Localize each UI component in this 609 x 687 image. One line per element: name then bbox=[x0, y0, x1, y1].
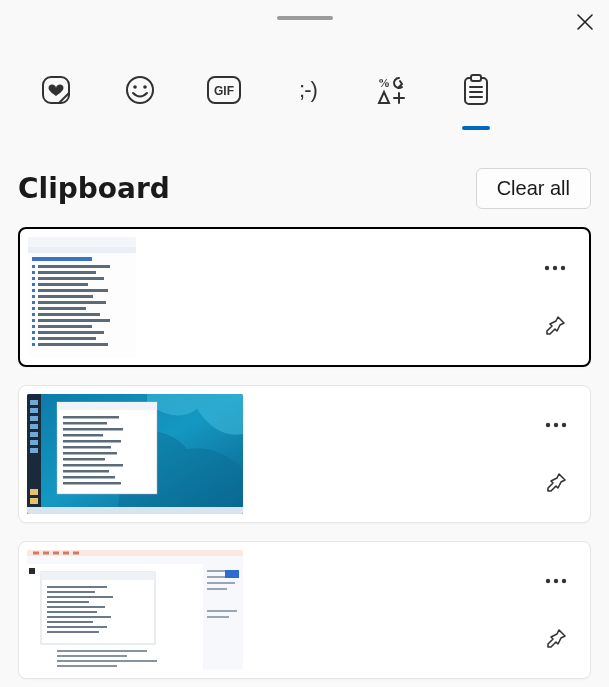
svg-point-73 bbox=[546, 423, 550, 427]
close-button[interactable] bbox=[571, 8, 599, 36]
clipboard-list bbox=[0, 209, 609, 679]
svg-rect-51 bbox=[30, 416, 38, 421]
svg-rect-15 bbox=[32, 257, 92, 261]
tab-stickers[interactable] bbox=[36, 70, 76, 110]
svg-rect-68 bbox=[63, 464, 123, 467]
clipboard-item[interactable] bbox=[18, 227, 591, 367]
svg-rect-65 bbox=[63, 446, 111, 449]
svg-rect-105 bbox=[57, 655, 127, 657]
drag-handle[interactable] bbox=[277, 16, 333, 20]
svg-rect-39 bbox=[32, 319, 35, 322]
svg-rect-19 bbox=[38, 283, 88, 286]
svg-rect-71 bbox=[63, 482, 121, 485]
heart-sticker-icon bbox=[40, 74, 72, 106]
more-options-button[interactable] bbox=[535, 248, 575, 288]
pin-icon bbox=[544, 315, 566, 337]
svg-rect-63 bbox=[63, 434, 103, 437]
svg-rect-90 bbox=[207, 616, 229, 618]
svg-rect-93 bbox=[41, 572, 155, 580]
tab-gif[interactable]: GIF bbox=[204, 70, 244, 110]
svg-rect-69 bbox=[63, 470, 109, 473]
svg-rect-36 bbox=[32, 301, 35, 304]
svg-rect-42 bbox=[32, 337, 35, 340]
svg-rect-83 bbox=[27, 556, 243, 564]
clipboard-thumbnail bbox=[27, 394, 243, 514]
pin-button[interactable] bbox=[536, 619, 576, 659]
more-options-button[interactable] bbox=[536, 405, 576, 445]
svg-rect-31 bbox=[32, 271, 35, 274]
svg-rect-55 bbox=[30, 448, 38, 453]
tab-clipboard[interactable] bbox=[456, 70, 496, 110]
svg-rect-50 bbox=[30, 408, 38, 413]
svg-rect-24 bbox=[38, 313, 100, 316]
clipboard-thumbnail bbox=[27, 550, 243, 670]
svg-rect-16 bbox=[38, 265, 110, 268]
svg-rect-94 bbox=[47, 586, 107, 588]
svg-rect-25 bbox=[38, 319, 110, 322]
svg-rect-89 bbox=[207, 610, 237, 612]
symbols-icon: % bbox=[377, 75, 407, 105]
svg-rect-91 bbox=[225, 570, 239, 578]
clipboard-item[interactable] bbox=[18, 541, 591, 679]
svg-rect-59 bbox=[57, 402, 157, 410]
svg-rect-102 bbox=[47, 626, 107, 628]
svg-point-74 bbox=[554, 423, 558, 427]
svg-rect-18 bbox=[38, 277, 104, 280]
svg-rect-21 bbox=[38, 295, 93, 298]
svg-point-109 bbox=[546, 579, 550, 583]
svg-point-45 bbox=[553, 266, 557, 270]
svg-rect-103 bbox=[47, 631, 99, 633]
ellipsis-icon bbox=[545, 422, 567, 428]
svg-rect-97 bbox=[47, 601, 89, 603]
kaomoji-icon: ;-) bbox=[299, 77, 317, 103]
svg-rect-61 bbox=[63, 422, 107, 425]
svg-rect-107 bbox=[57, 665, 117, 667]
svg-rect-37 bbox=[32, 307, 35, 310]
svg-rect-87 bbox=[207, 582, 235, 584]
svg-text:GIF: GIF bbox=[214, 84, 234, 98]
svg-point-1 bbox=[127, 77, 153, 103]
svg-rect-35 bbox=[32, 295, 35, 298]
ellipsis-icon bbox=[544, 265, 566, 271]
svg-rect-32 bbox=[32, 277, 35, 280]
svg-rect-29 bbox=[38, 343, 108, 346]
svg-rect-79 bbox=[43, 552, 49, 555]
pin-button[interactable] bbox=[536, 463, 576, 503]
svg-rect-17 bbox=[38, 271, 96, 274]
tab-symbols[interactable]: % bbox=[372, 70, 412, 110]
svg-rect-95 bbox=[47, 591, 95, 593]
svg-rect-66 bbox=[63, 452, 117, 455]
clipboard-icon bbox=[462, 74, 490, 106]
clear-all-button[interactable]: Clear all bbox=[476, 168, 591, 209]
svg-rect-28 bbox=[38, 337, 96, 340]
svg-rect-62 bbox=[63, 428, 123, 431]
svg-rect-23 bbox=[38, 307, 86, 310]
svg-rect-41 bbox=[32, 331, 35, 334]
svg-text:%: % bbox=[378, 76, 390, 90]
svg-rect-104 bbox=[57, 650, 147, 652]
gif-icon: GIF bbox=[206, 75, 242, 105]
svg-rect-108 bbox=[29, 568, 35, 574]
svg-rect-57 bbox=[30, 498, 38, 504]
svg-rect-70 bbox=[63, 476, 115, 479]
pin-button[interactable] bbox=[535, 306, 575, 346]
svg-rect-54 bbox=[30, 440, 38, 445]
svg-rect-101 bbox=[47, 621, 93, 623]
section-title: Clipboard bbox=[18, 172, 170, 205]
svg-point-2 bbox=[133, 85, 137, 89]
close-icon bbox=[577, 14, 593, 30]
svg-rect-77 bbox=[27, 550, 243, 556]
svg-rect-49 bbox=[30, 400, 38, 405]
svg-rect-53 bbox=[30, 432, 38, 437]
tab-kaomoji[interactable]: ;-) bbox=[288, 70, 328, 110]
more-options-button[interactable] bbox=[536, 561, 576, 601]
svg-rect-82 bbox=[73, 552, 79, 555]
tab-emoji[interactable] bbox=[120, 70, 160, 110]
clipboard-item[interactable] bbox=[18, 385, 591, 523]
svg-rect-100 bbox=[47, 616, 111, 618]
svg-point-110 bbox=[554, 579, 558, 583]
svg-rect-40 bbox=[32, 325, 35, 328]
svg-rect-81 bbox=[63, 552, 69, 555]
svg-rect-88 bbox=[207, 588, 227, 590]
svg-rect-98 bbox=[47, 606, 105, 608]
